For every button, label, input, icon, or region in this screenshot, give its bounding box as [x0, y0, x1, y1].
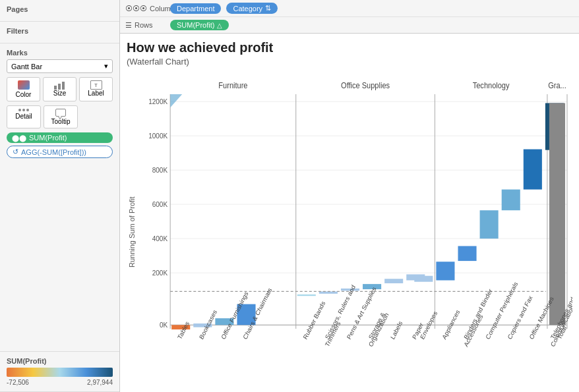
- top-bars: ⦿⦿⦿ Columns Department Category ⇅ ☰ Rows…: [120, 0, 579, 34]
- tooltip-button[interactable]: Tooltip: [44, 105, 78, 128]
- agg-label: AGG(-SUM([Profit])): [21, 148, 86, 156]
- svg-text:Tables: Tables: [176, 320, 191, 341]
- pages-title: Pages: [7, 5, 113, 13]
- department-label: Department: [177, 5, 214, 13]
- chart-svg-area: 1200K 1000K 800K 600K 400K 200K 0K: [136, 72, 572, 392]
- color-max-label: 2,97,944: [87, 379, 113, 386]
- color-legend-labels: -72,506 2,97,944: [7, 379, 113, 386]
- color-min-label: -72,506: [7, 379, 29, 386]
- marks-dropdown-label: Gantt Bar: [11, 63, 42, 70]
- bar-appliances: [436, 262, 454, 280]
- bar-computer: [480, 210, 499, 238]
- waterfall-chart: 1200K 1000K 800K 600K 400K 200K 0K: [136, 72, 572, 392]
- svg-text:0K: 0K: [160, 320, 168, 329]
- svg-text:800K: 800K: [152, 165, 168, 174]
- y-axis-label: Running Sum of Profit: [127, 72, 136, 392]
- svg-text:Furniture: Furniture: [218, 80, 248, 90]
- detail-label: Detail: [15, 113, 32, 120]
- filters-title: Filters: [7, 27, 113, 35]
- color-legend-section: SUM(Profit) -72,506 2,97,944: [0, 352, 119, 392]
- color-button[interactable]: Color: [7, 77, 40, 101]
- marks-section: Marks Gantt Bar ▾ Color Size T Label: [0, 43, 119, 352]
- tooltip-label: Tooltip: [51, 118, 71, 125]
- bar-copiers: [502, 190, 520, 211]
- color-icon: [18, 80, 30, 90]
- bar-binders: [458, 246, 476, 261]
- svg-text:1200K: 1200K: [148, 97, 168, 105]
- bar-total: [549, 103, 565, 325]
- rows-label-icon: ☰ Rows: [125, 21, 165, 30]
- label-button[interactable]: T Label: [79, 77, 113, 101]
- label-label: Label: [88, 90, 104, 97]
- filters-section: Filters: [0, 22, 119, 43]
- department-pill[interactable]: Department: [170, 3, 221, 14]
- bar-rubber: [297, 294, 316, 296]
- size-label: Size: [53, 90, 66, 97]
- svg-text:Appliances: Appliances: [441, 308, 461, 341]
- pill-dots-icon: ⬤⬤: [12, 134, 26, 142]
- rows-row: ☰ Rows SUM(Profit) △: [120, 17, 579, 33]
- svg-marker-46: [170, 94, 182, 107]
- rows-icon: ☰: [125, 21, 132, 30]
- sort-icon: ⇅: [265, 4, 271, 13]
- chart-inner: Running Sum of Profit: [127, 72, 572, 392]
- chevron-down-icon: ▾: [104, 62, 108, 70]
- sum-profit-row-pill[interactable]: SUM(Profit) △: [170, 20, 229, 30]
- rows-label: Rows: [135, 21, 153, 29]
- svg-text:Labels: Labels: [389, 320, 404, 341]
- bar-office-machines: [524, 150, 542, 190]
- color-legend-title: SUM(Profit): [7, 357, 113, 365]
- columns-label-icon: ⦿⦿⦿ Columns: [125, 5, 165, 13]
- pills-container: ⬤⬤ SUM(Profit) ↺ AGG(-SUM([Profit])): [7, 132, 113, 158]
- category-pill[interactable]: Category ⇅: [226, 3, 278, 14]
- size-icon: [54, 80, 66, 90]
- chart-title: How we achieved profit: [127, 40, 572, 55]
- svg-text:200K: 200K: [152, 268, 168, 277]
- marks-icons-row: Color Size T Label: [7, 77, 113, 101]
- svg-text:Gra...: Gra...: [548, 80, 566, 90]
- chart-subtitle: (Waterfall Chart): [127, 57, 572, 67]
- svg-text:Office Supplies: Office Supplies: [341, 80, 390, 90]
- color-label: Color: [16, 91, 32, 98]
- detail-icon: [18, 109, 29, 111]
- svg-text:400K: 400K: [152, 234, 168, 242]
- sum-profit-pill[interactable]: ⬤⬤ SUM(Profit): [7, 132, 113, 143]
- color-legend-bar: [7, 368, 113, 377]
- delta-icon: △: [217, 22, 222, 29]
- sum-profit-label: SUM(Profit): [29, 134, 67, 142]
- marks-icons-row2: Detail Tooltip: [7, 105, 113, 128]
- sum-profit-row-label: SUM(Profit): [177, 21, 214, 29]
- columns-row: ⦿⦿⦿ Columns Department Category ⇅: [120, 0, 579, 17]
- category-label: Category: [233, 5, 262, 13]
- columns-icon: ⦿⦿⦿: [125, 5, 147, 13]
- chart-container: How we achieved profit (Waterfall Chart)…: [120, 34, 579, 392]
- marks-dropdown[interactable]: Gantt Bar ▾: [7, 59, 113, 73]
- tooltip-icon: [55, 109, 66, 117]
- agg-pill[interactable]: ↺ AGG(-SUM([Profit])): [7, 146, 113, 158]
- agg-pill-wrapper: ↺ AGG(-SUM([Profit])): [7, 146, 113, 158]
- label-icon: T: [90, 80, 102, 90]
- pages-section: Pages: [0, 0, 119, 22]
- agg-icon: ↺: [13, 148, 18, 156]
- svg-text:1000K: 1000K: [148, 131, 168, 140]
- svg-text:Rubber Bands: Rubber Bands: [301, 300, 326, 341]
- svg-text:600K: 600K: [152, 200, 168, 208]
- size-button[interactable]: Size: [43, 77, 76, 101]
- marks-title: Marks: [7, 49, 113, 57]
- detail-button[interactable]: Detail: [7, 105, 41, 128]
- bar-envelopes: [414, 276, 433, 282]
- svg-text:Technology: Technology: [473, 80, 510, 90]
- bar-labels: [384, 279, 403, 283]
